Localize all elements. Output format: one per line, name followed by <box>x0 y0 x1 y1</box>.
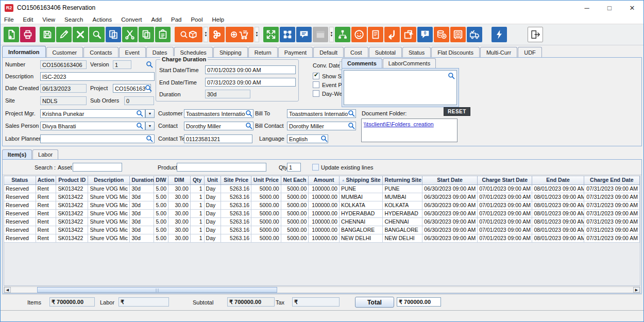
comment-button[interactable] <box>296 27 312 42</box>
subtotal-field[interactable] <box>227 297 275 307</box>
search-product-dropdown[interactable]: ▼▼ <box>204 27 208 42</box>
table-cell[interactable]: 30.00 <box>168 234 191 243</box>
table-row[interactable]: ReservedRentSK013422Shure VOG Mic30d5.00… <box>4 234 640 243</box>
table-cell[interactable]: 5263.16 <box>221 185 251 193</box>
table-cell[interactable]: 30d <box>130 185 154 193</box>
table-cell[interactable]: 5000.00 <box>251 201 281 210</box>
save-button[interactable] <box>40 27 55 42</box>
table-cell[interactable]: 07/01/2023 09:00 AM <box>478 193 532 201</box>
table-cell[interactable]: 06/30/2023 09:00 AM <box>422 226 478 234</box>
scroll-left-arrow[interactable]: ◀ <box>4 287 11 293</box>
table-cell[interactable]: 30.00 <box>168 218 191 226</box>
exit-button[interactable] <box>528 27 543 42</box>
vault-button[interactable] <box>450 27 466 42</box>
sub-orders-field[interactable] <box>124 96 154 105</box>
layout-blocks-button[interactable] <box>280 27 295 42</box>
table-cell[interactable]: PUNE <box>383 185 422 193</box>
table-cell[interactable]: 07/31/2023 09:00 AM <box>584 210 640 218</box>
table-cell[interactable]: Shure VOG Mic <box>88 234 130 243</box>
table-cell[interactable]: Reserved <box>4 210 36 218</box>
table-cell[interactable]: Day <box>205 210 222 218</box>
site-field[interactable] <box>40 96 87 105</box>
tab-cost[interactable]: Cost <box>344 47 368 57</box>
table-cell[interactable]: 08/01/2023 09:00 AM <box>532 185 584 193</box>
table-cell[interactable]: 5000.00 <box>251 210 281 218</box>
col-duration[interactable]: Duration <box>130 176 154 185</box>
reset-button[interactable]: RESET <box>444 107 470 116</box>
cut-button[interactable] <box>122 27 138 42</box>
labor-planner-field[interactable] <box>40 134 155 143</box>
contact-search-icon[interactable] <box>245 122 252 129</box>
table-cell[interactable]: 1 <box>191 218 205 226</box>
col-charge-end-date[interactable]: Charge End Date <box>584 176 640 185</box>
menu-help[interactable]: Help <box>207 16 229 23</box>
description-field[interactable] <box>40 72 155 81</box>
table-cell[interactable]: Day <box>205 185 222 193</box>
table-cell[interactable]: Reserved <box>4 201 36 210</box>
table-cell[interactable]: 1 <box>191 201 205 210</box>
table-cell[interactable]: Day <box>205 201 222 210</box>
col-amount[interactable]: Amount <box>309 176 340 185</box>
table-cell[interactable]: Day <box>205 193 222 201</box>
sales-person-search-icon[interactable] <box>136 122 143 129</box>
table-cell[interactable]: 08/01/2023 09:00 AM <box>532 193 584 201</box>
table-cell[interactable]: Rent <box>36 193 57 201</box>
col-shipping-site[interactable]: ▲Shipping Site <box>340 176 383 185</box>
table-cell[interactable]: 5000.00 <box>251 234 281 243</box>
table-cell[interactable]: 30.00 <box>168 185 191 193</box>
col-status[interactable]: Status <box>4 176 36 185</box>
table-row[interactable]: ReservedRentSK013422Shure VOG Mic30d5.00… <box>4 210 640 218</box>
col-net-each[interactable]: Net Each <box>281 176 309 185</box>
table-cell[interactable]: 07/01/2023 09:00 AM <box>478 201 532 210</box>
table-cell[interactable]: 07/31/2023 09:00 AM <box>584 185 640 193</box>
table-cell[interactable]: 30.00 <box>168 210 191 218</box>
hierarchy-button[interactable] <box>335 27 350 42</box>
tab-multi-curr[interactable]: Multi-Curr <box>480 47 517 57</box>
table-cell[interactable]: 100000.00 <box>309 218 340 226</box>
table-cell[interactable]: 07/01/2023 09:00 AM <box>478 218 532 226</box>
table-cell[interactable]: SK013422 <box>56 234 88 243</box>
table-cell[interactable]: 06/30/2023 09:00 AM <box>422 201 478 210</box>
version-search-icon[interactable] <box>146 61 153 68</box>
table-cell[interactable]: Reserved <box>4 226 36 234</box>
tab-comments[interactable]: Comments <box>342 58 382 68</box>
menu-convert[interactable]: Convert <box>116 16 146 23</box>
table-cell[interactable]: SK013422 <box>56 218 88 226</box>
table-cell[interactable]: 30d <box>130 234 154 243</box>
table-cell[interactable]: 30d <box>130 193 154 201</box>
table-cell[interactable]: BANGALORE <box>340 226 383 234</box>
qty-input[interactable] <box>287 163 301 172</box>
table-cell[interactable]: HYDERABAD <box>340 210 383 218</box>
maximize-button[interactable]: □ <box>598 1 621 15</box>
contact-tel-field[interactable] <box>184 134 252 143</box>
table-cell[interactable]: HYDERABAD <box>383 210 422 218</box>
calendar-dropdown[interactable]: ▼▼ <box>329 27 334 42</box>
table-cell[interactable]: 08/01/2023 09:00 AM <box>532 234 584 243</box>
tab-contacts[interactable]: Contacts <box>83 47 118 57</box>
menu-actions[interactable]: Actions <box>88 16 117 23</box>
table-cell[interactable]: 5.00 <box>154 185 168 193</box>
table-cell[interactable]: 5.00 <box>154 226 168 234</box>
table-cell[interactable]: 1 <box>191 210 205 218</box>
table-cell[interactable]: 5000.00 <box>251 226 281 234</box>
add-purchase-order-button[interactable]: PO <box>226 27 253 42</box>
comments-search-icon[interactable] <box>448 72 455 79</box>
tab-labor-comments[interactable]: LaborComments <box>383 58 436 68</box>
table-cell[interactable]: Shure VOG Mic <box>88 210 130 218</box>
project-mgr-field[interactable] <box>40 109 145 118</box>
project-mgr-dropdown[interactable]: ▼ <box>145 109 155 118</box>
table-cell[interactable]: Rent <box>36 234 57 243</box>
table-cell[interactable]: Reserved <box>4 234 36 243</box>
table-cell[interactable]: 5.00 <box>154 210 168 218</box>
table-cell[interactable]: PUNE <box>340 185 383 193</box>
table-cell[interactable]: 5000.00 <box>281 218 309 226</box>
table-cell[interactable]: Rent <box>36 201 57 210</box>
table-cell[interactable]: Reserved <box>4 193 36 201</box>
table-cell[interactable]: MUMBAI <box>383 193 422 201</box>
table-cell[interactable]: 30.00 <box>168 193 191 201</box>
language-search-icon[interactable] <box>320 135 328 142</box>
table-cell[interactable]: 100000.00 <box>309 193 340 201</box>
dispatch-truck-button[interactable] <box>467 27 482 42</box>
menu-edit[interactable]: Edit <box>19 16 38 23</box>
duration-field[interactable] <box>205 90 250 98</box>
